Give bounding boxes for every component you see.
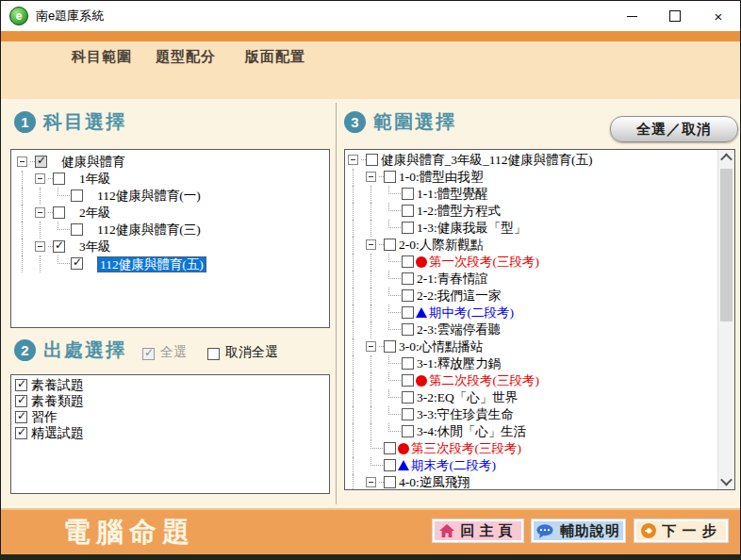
vertical-scrollbar[interactable] [717,150,734,489]
tree-checkbox[interactable] [402,272,414,285]
tree-row[interactable]: 3-0:心情點播站 [348,338,734,355]
tree-item-label[interactable]: 3-0:心情點播站 [399,338,483,354]
tree-row[interactable]: 第一次段考(三段考) [348,254,734,271]
tree-checkbox[interactable] [402,323,414,336]
tree-checkbox[interactable] [366,154,378,166]
tree-checkbox[interactable] [402,188,414,200]
tree-item-label[interactable]: 2-1:青春情誼 [417,271,488,287]
tree-item-label[interactable]: 4-0:逆風飛翔 [399,474,470,490]
tree-item-label[interactable]: 1-1:體型覺醒 [417,186,488,202]
tree-row[interactable]: 4-0:逆風飛翔 [348,474,734,490]
expand-collapse-control[interactable] [35,239,53,255]
source-item-label[interactable]: 素養試題 [31,378,84,393]
tree-checkbox[interactable] [402,255,414,268]
tree-item-label[interactable]: 1年級 [79,171,111,187]
tree-checkbox[interactable] [402,289,414,302]
tree-item-label[interactable]: 3-3:守住珍貴生命 [417,406,514,422]
source-list-item[interactable]: 素養類題 [15,394,329,410]
tree-item-label[interactable]: 3-4:休閒「心」生活 [417,423,526,439]
tree-row[interactable]: 2-1:青春情誼 [348,271,734,288]
tree-item-label[interactable]: 1-3:健康我最「型」 [417,220,526,236]
tree-checkbox[interactable] [384,239,396,251]
expand-collapse-control[interactable] [35,171,53,188]
tree-checkbox[interactable] [402,222,414,234]
tree-row[interactable]: 期中考(二段考) [348,305,734,321]
tree-row[interactable]: 期末考(二段考) [348,457,734,474]
expand-collapse-control[interactable] [366,169,384,186]
tree-item-label[interactable]: 112健康與體育(三) [97,222,201,238]
tree-row[interactable]: 1-1:體型覺醒 [348,186,734,203]
source-item-checkbox[interactable] [15,379,27,391]
tree-checkbox[interactable] [402,205,414,217]
tree-item-label[interactable]: 2-0:人際新觀點 [399,237,483,253]
source-list-item[interactable]: 習作 [15,410,329,426]
tree-row[interactable]: 112健康與體育(一) [17,188,329,205]
tree-item-label[interactable]: 健康與體育_3年級_112健康與體育(五) [381,152,593,168]
tree-item-label[interactable]: 2年級 [79,205,111,221]
scroll-down-button[interactable] [718,473,734,489]
source-item-label[interactable]: 習作 [31,410,58,425]
tree-item-label[interactable]: 1-0:體型由我塑 [399,169,483,185]
tree-item-label[interactable]: 112健康與體育(五) [97,256,206,272]
tree-item-label[interactable]: 3-2:EQ「心」世界 [417,389,518,405]
tree-row[interactable]: 1-0:體型由我塑 [348,169,734,186]
select-all-checkbox[interactable] [142,348,155,360]
deselect-all-checkbox[interactable] [207,348,220,360]
tree-checkbox[interactable] [71,257,83,270]
tree-item-label[interactable]: 2-2:我們這一家 [417,288,501,304]
expand-collapse-control[interactable] [366,237,384,254]
tree-row[interactable]: 3-1:釋放壓力鍋 [348,355,734,372]
expand-collapse-control[interactable] [17,154,35,171]
expand-collapse-control[interactable] [366,338,384,355]
source-item-checkbox[interactable] [15,427,27,439]
tree-checkbox[interactable] [53,173,65,185]
tree-row[interactable]: 1年級 [17,171,329,188]
tree-row[interactable]: 健康與體育_3年級_112健康與體育(五) [348,152,734,169]
tree-row[interactable]: 3-3:守住珍貴生命 [348,406,734,423]
tree-checkbox[interactable] [384,459,396,471]
tree-item-label[interactable]: 第二次段考(三段考) [429,372,539,388]
expand-collapse-control[interactable] [348,152,366,169]
source-item-checkbox[interactable] [15,411,27,423]
tree-row[interactable]: 112健康與體育(五) [17,255,329,272]
help-button[interactable]: 輔助說明 [531,519,626,543]
tree-item-label[interactable]: 3年級 [79,239,111,255]
tree-row[interactable]: 2-3:雲端停看聽 [348,321,734,338]
tree-checkbox[interactable] [402,357,414,370]
tree-item-label[interactable]: 2-3:雲端停看聽 [417,321,501,338]
source-item-label[interactable]: 精選試題 [31,426,84,441]
tree-checkbox[interactable] [53,206,65,219]
tree-row[interactable]: 2年級 [17,205,329,222]
tree-row[interactable]: 2-2:我們這一家 [348,288,734,305]
tree-row[interactable]: 1-3:健康我最「型」 [348,220,734,237]
tree-item-label[interactable]: 3-1:釋放壓力鍋 [417,355,501,371]
scroll-up-button[interactable] [718,150,734,166]
tree-item-label[interactable]: 112健康與體育(一) [97,188,201,204]
tree-checkbox[interactable] [53,240,65,253]
select-all-toggle-button[interactable]: 全選／取消 [610,116,738,142]
tree-row[interactable]: 112健康與體育(三) [17,222,329,239]
tree-checkbox[interactable] [35,156,47,168]
tree-checkbox[interactable] [402,425,414,437]
tree-row[interactable]: 健康與體育 [17,154,329,171]
expand-collapse-control[interactable] [366,474,384,490]
tree-row[interactable]: 1-2:體型方程式 [348,203,734,220]
tree-checkbox[interactable] [71,189,83,202]
tree-item-label[interactable]: 第一次段考(三段考) [429,254,539,270]
tree-row[interactable]: 3-4:休閒「心」生活 [348,423,734,440]
tree-item-label[interactable]: 1-2:體型方程式 [417,203,501,219]
tree-row[interactable]: 3-2:EQ「心」世界 [348,389,734,406]
minimize-button[interactable] [610,1,653,31]
source-list-item[interactable]: 素養試題 [15,378,329,394]
tree-item-label[interactable]: 期中考(二段考) [429,305,514,321]
tree-item-label[interactable]: 期末考(二段考) [411,457,496,473]
tree-checkbox[interactable] [402,374,414,387]
tree-checkbox[interactable] [384,476,396,488]
home-button[interactable]: 回主頁 [432,519,524,543]
tree-checkbox[interactable] [384,340,396,353]
expand-collapse-control[interactable] [35,205,53,222]
scrollbar-thumb[interactable] [720,169,733,321]
close-button[interactable]: × [697,1,740,31]
tree-row[interactable]: 第三次段考(三段考) [348,440,734,457]
tree-checkbox[interactable] [402,306,414,319]
